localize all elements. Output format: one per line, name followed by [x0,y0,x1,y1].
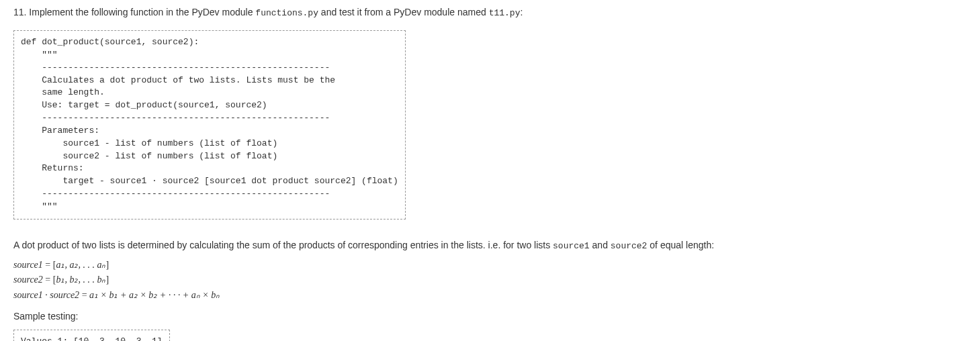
function-docstring-code: def dot_product(source1, source2): """ -… [13,30,406,220]
math-dot: · [43,290,50,300]
explain-after: of equal length: [647,240,714,250]
math-line-source2: source2 = [b₁, b₂, . . . bₙ] [13,273,967,287]
explanation-paragraph: A dot product of two lists is determined… [13,240,967,251]
math-eq3: = [79,290,89,300]
filename-t11: t11.py [489,8,521,18]
question-intro: 11. Implement the following function in … [13,7,967,18]
math-rhs3: a₁ × b₁ + a₂ × b₂ + · · · + aₙ × bₙ [89,290,220,300]
explain-mid: and [590,240,611,250]
math-items1: a₁, a₂, . . . aₙ [56,260,105,270]
explain-source2: source2 [611,241,648,251]
sample-output-block: Values 1: [10, 3, 10, 3, 1] Values 2: [8… [13,330,170,341]
sample-testing-label: Sample testing: [13,311,967,322]
math-eq2: = [43,275,53,285]
explain-before: A dot product of two lists is determined… [13,240,553,250]
math-definitions: source1 = [a₁, a₂, . . . aₙ] source2 = [… [13,258,967,303]
math-lhs3b: source2 [50,290,79,300]
intro-part2: and test it from a PyDev module named [318,7,489,17]
filename-functions: functions.py [255,8,318,18]
math-lhs3a: source1 [13,290,43,300]
math-lhs2: source2 [13,275,43,285]
math-items2: b₁, b₂, . . . bₙ [56,275,105,285]
question-number: 11. [13,7,26,17]
intro-part3: : [520,7,523,17]
math-eq1: = [43,260,53,270]
math-line-source1: source1 = [a₁, a₂, . . . aₙ] [13,258,967,273]
explain-source1: source1 [553,241,590,251]
math-br2c: ] [105,275,109,285]
intro-part1: Implement the following function in the … [26,7,255,17]
math-br1c: ] [105,260,109,270]
math-line-dotproduct: source1 · source2 = a₁ × b₁ + a₂ × b₂ + … [13,288,967,303]
math-lhs1: source1 [13,260,43,270]
